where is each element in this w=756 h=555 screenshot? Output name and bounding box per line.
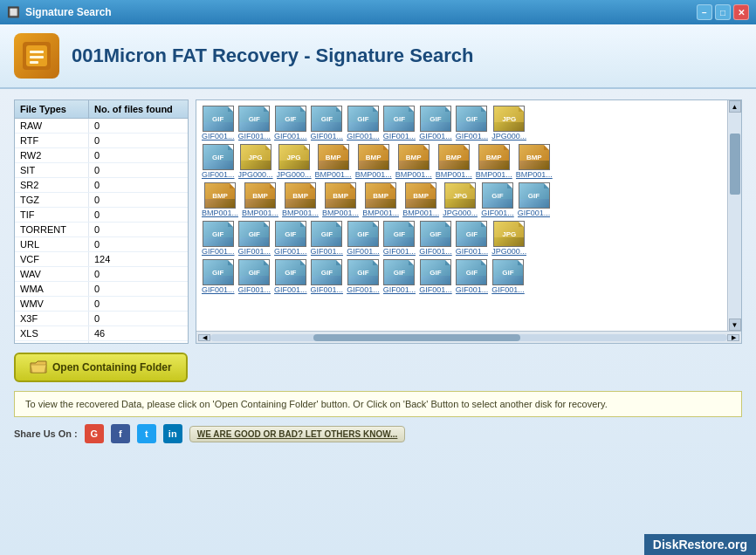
thumbnail-item[interactable]: JPG JPG000... bbox=[490, 219, 528, 257]
minimize-button[interactable]: − bbox=[697, 4, 712, 20]
thumb-icon: JPG bbox=[278, 144, 310, 170]
table-row[interactable]: TIF 0 bbox=[15, 208, 188, 223]
thumbnail-item[interactable]: GIF GIF001... bbox=[345, 104, 381, 142]
thumbnail-item[interactable]: JPG JPG000... bbox=[441, 181, 479, 219]
thumbnail-item[interactable]: BMP BMP001... bbox=[401, 181, 441, 219]
table-row[interactable]: RAW 0 bbox=[15, 119, 188, 134]
app-title: 001Micron FAT Recovery - Signature Searc… bbox=[72, 45, 474, 67]
thumb-icon: JPG bbox=[493, 221, 525, 247]
close-button[interactable]: ✕ bbox=[733, 4, 749, 20]
thumbnail-item[interactable]: GIF GIF001... bbox=[490, 257, 526, 296]
thumbnail-item[interactable]: BMP BMP001... bbox=[313, 142, 354, 181]
thumbnail-item[interactable]: BMP BMP001... bbox=[361, 181, 401, 219]
open-folder-button[interactable]: Open Containing Folder bbox=[14, 353, 188, 382]
thumbnail-item[interactable]: GIF GIF001... bbox=[454, 104, 491, 142]
thumb-icon: GIF bbox=[383, 106, 415, 132]
table-row[interactable]: URL 0 bbox=[15, 237, 188, 252]
table-row[interactable]: SIT 0 bbox=[15, 163, 188, 178]
table-row[interactable]: VCF 124 bbox=[15, 252, 188, 267]
thumbnail-item[interactable]: GIF GIF001... bbox=[200, 257, 237, 296]
scroll-thumb[interactable] bbox=[730, 134, 740, 195]
thumbnail-item[interactable]: GIF GIF001... bbox=[200, 142, 237, 181]
hscroll-left-button[interactable]: ◀ bbox=[198, 334, 210, 341]
thumbnail-item[interactable]: JPG JPG000... bbox=[237, 142, 275, 181]
thumb-label: BMP001... bbox=[362, 209, 399, 217]
col-count-header: No. of files found bbox=[89, 100, 188, 118]
facebook-share-button[interactable]: f bbox=[111, 424, 130, 443]
linkedin-share-button[interactable]: in bbox=[163, 424, 182, 443]
thumb-label: GIF001... bbox=[419, 247, 452, 256]
thumbnail-item[interactable]: BMP BMP001... bbox=[280, 181, 320, 219]
thumbnail-item[interactable]: GIF GIF001... bbox=[272, 104, 309, 142]
table-row[interactable]: XLSX 57 bbox=[15, 341, 188, 343]
thumbnail-item[interactable]: GIF GIF001... bbox=[309, 219, 346, 257]
table-row[interactable]: TGZ 0 bbox=[15, 193, 188, 208]
table-row[interactable]: X3F 0 bbox=[15, 312, 188, 326]
thumb-icon: BMP bbox=[358, 144, 389, 170]
table-row[interactable]: SR2 0 bbox=[15, 178, 188, 193]
thumbnail-item[interactable]: GIF GIF001... bbox=[200, 219, 237, 257]
vertical-scrollbar[interactable]: ▲ ▼ bbox=[727, 100, 741, 331]
thumbnail-item[interactable]: BMP BMP001... bbox=[354, 142, 394, 181]
thumb-label: BMP001... bbox=[322, 209, 359, 217]
thumbnail-item[interactable]: BMP BMP001... bbox=[514, 142, 554, 181]
thumbnail-item[interactable]: BMP BMP001... bbox=[434, 142, 474, 181]
thumbnail-item[interactable]: GIF GIF001... bbox=[479, 181, 516, 219]
thumbnail-item[interactable]: GIF GIF001... bbox=[381, 257, 418, 296]
scroll-up-button[interactable]: ▲ bbox=[729, 100, 741, 113]
table-row[interactable]: RW2 0 bbox=[15, 148, 188, 163]
thumbnail-item[interactable]: GIF GIF001... bbox=[381, 219, 418, 257]
thumb-icon: GIF bbox=[238, 106, 270, 132]
thumbnail-item[interactable]: GIF GIF001... bbox=[345, 219, 381, 257]
hscroll-thumb[interactable] bbox=[313, 334, 520, 341]
thumbnail-item[interactable]: GIF GIF001... bbox=[237, 219, 273, 257]
thumb-label: GIF001... bbox=[202, 170, 235, 179]
cell-type: RTF bbox=[15, 134, 89, 147]
thumbnail-item[interactable]: GIF GIF001... bbox=[417, 257, 454, 296]
thumbnail-item[interactable]: BMP BMP001... bbox=[200, 181, 240, 219]
maximize-button[interactable]: □ bbox=[715, 4, 731, 20]
rating-button[interactable]: WE ARE GOOD OR BAD? LET OTHERS KNOW... bbox=[189, 426, 406, 442]
twitter-share-button[interactable]: t bbox=[137, 424, 156, 443]
thumbnail-item[interactable]: GIF GIF001... bbox=[272, 219, 309, 257]
thumbnail-item[interactable]: BMP BMP001... bbox=[240, 181, 280, 219]
thumbnail-item[interactable]: JPG JPG000... bbox=[490, 104, 528, 142]
thumbnail-item[interactable]: GIF GIF001... bbox=[200, 104, 237, 142]
table-row[interactable]: RTF 0 bbox=[15, 134, 188, 148]
thumbnail-item[interactable]: GIF GIF001... bbox=[516, 181, 553, 219]
cell-count: 0 bbox=[89, 134, 188, 147]
table-row[interactable]: WMA 0 bbox=[15, 282, 188, 297]
thumbnail-item[interactable]: BMP BMP001... bbox=[320, 181, 361, 219]
table-row[interactable]: WMV 0 bbox=[15, 297, 188, 312]
thumb-label: BMP001... bbox=[202, 209, 238, 217]
thumb-label: GIF001... bbox=[383, 247, 416, 256]
thumbnail-item[interactable]: GIF GIF001... bbox=[272, 257, 309, 296]
thumbnail-item[interactable]: GIF GIF001... bbox=[454, 257, 491, 296]
google-share-button[interactable]: G bbox=[85, 424, 104, 443]
thumbnail-item[interactable]: GIF GIF001... bbox=[417, 104, 454, 142]
thumbnail-item[interactable]: BMP BMP001... bbox=[474, 142, 514, 181]
thumbnail-item[interactable]: GIF GIF001... bbox=[237, 104, 273, 142]
thumbnail-item[interactable]: GIF GIF001... bbox=[454, 219, 491, 257]
table-row[interactable]: WAV 0 bbox=[15, 267, 188, 282]
scroll-down-button[interactable]: ▼ bbox=[729, 319, 741, 331]
horizontal-scrollbar[interactable]: ◀ ▶ bbox=[196, 331, 741, 343]
thumbnail-item[interactable]: GIF GIF001... bbox=[237, 257, 273, 296]
scroll-track bbox=[729, 113, 741, 319]
thumbnail-item[interactable]: JPG JPG000... bbox=[275, 142, 313, 181]
table-row[interactable]: XLS 46 bbox=[15, 326, 188, 341]
thumb-icon: GIF bbox=[238, 259, 270, 285]
thumb-icon: GIF bbox=[238, 221, 270, 247]
thumbnail-item[interactable]: GIF GIF001... bbox=[309, 257, 346, 296]
hscroll-right-button[interactable]: ▶ bbox=[727, 334, 739, 341]
thumbnail-item[interactable]: GIF GIF001... bbox=[345, 257, 381, 296]
table-scroll[interactable]: RAW 0 RTF 0 RW2 0 SIT 0 SR2 0 TGZ 0 TIF … bbox=[15, 119, 188, 343]
table-row[interactable]: TORRENT 0 bbox=[15, 223, 188, 237]
thumbnail-item[interactable]: GIF GIF001... bbox=[381, 104, 418, 142]
thumb-label: BMP001... bbox=[402, 209, 439, 217]
thumbnail-item[interactable]: BMP BMP001... bbox=[394, 142, 434, 181]
thumbnail-row: BMP BMP001... BMP BMP001... BMP BM bbox=[200, 181, 724, 219]
cell-type: RW2 bbox=[15, 148, 89, 162]
thumbnail-item[interactable]: GIF GIF001... bbox=[309, 104, 346, 142]
thumbnail-item[interactable]: GIF GIF001... bbox=[417, 219, 454, 257]
